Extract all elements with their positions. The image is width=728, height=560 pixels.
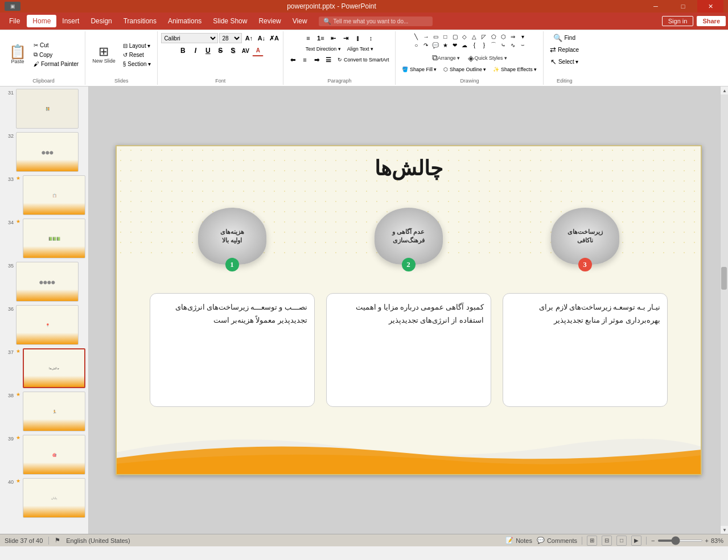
- slide-item-36[interactable]: 36 📍: [2, 305, 86, 345]
- file-menu[interactable]: File: [2, 15, 27, 27]
- close-button[interactable]: ✕: [697, 0, 723, 13]
- shape-fill-button[interactable]: 🪣 Shape Fill ▾: [399, 65, 439, 73]
- slide-item-37[interactable]: 37 ★ چالش‌ها: [2, 348, 86, 388]
- shape-conn[interactable]: ⤷: [499, 41, 508, 49]
- shape-wave[interactable]: ∿: [508, 41, 517, 49]
- select-button[interactable]: ↖Select ▾: [548, 56, 582, 67]
- shape-roundrect[interactable]: ▢: [450, 32, 459, 40]
- format-painter-button[interactable]: 🖌Format Painter: [31, 60, 81, 68]
- menu-slideshow[interactable]: Slide Show: [207, 15, 253, 27]
- center-button[interactable]: ≡: [299, 54, 310, 65]
- slide-thumb-34[interactable]: 📗📗📗: [23, 219, 85, 258]
- card-2[interactable]: کمبود آگاهی عمومی درباره مزایا و اهمیت ا…: [326, 293, 491, 407]
- reading-view-button[interactable]: □: [616, 536, 627, 546]
- search-box[interactable]: 🔍 Tell me what you want to do...: [319, 17, 433, 26]
- scroll-down-button[interactable]: ▼: [721, 526, 728, 534]
- window-controls[interactable]: ▣: [5, 2, 20, 11]
- shape-brace[interactable]: }: [479, 41, 488, 49]
- slide-panel[interactable]: 31 🧑‍🤝‍🧑 32 ⬤⬤⬤ 33 ★ 📋 34 ★ 📗📗📗: [0, 87, 89, 534]
- slide-sorter-button[interactable]: ⊟: [602, 536, 612, 546]
- scroll-up-button[interactable]: ▲: [721, 87, 728, 94]
- slide-item-31[interactable]: 31 🧑‍🤝‍🧑: [2, 89, 86, 129]
- char-spacing-button[interactable]: AV: [240, 45, 251, 56]
- notes-button[interactable]: 📝 Notes: [505, 537, 532, 544]
- shape-effects-button[interactable]: ✨ Shape Effects ▾: [490, 65, 540, 73]
- reset-button[interactable]: ↺Reset: [120, 51, 154, 59]
- underline-button[interactable]: U: [202, 45, 213, 56]
- menu-design[interactable]: Design: [85, 15, 117, 27]
- justify-button[interactable]: ☰: [323, 54, 334, 65]
- menu-transitions[interactable]: Transitions: [118, 15, 162, 27]
- shape-more[interactable]: ▾: [518, 32, 527, 40]
- replace-button[interactable]: ⇄Replace: [547, 44, 582, 55]
- shape-outline-button[interactable]: ⬡ Shape Outline ▾: [441, 65, 489, 73]
- shadow-button[interactable]: S: [227, 45, 238, 56]
- slide-thumb-36[interactable]: 📍: [16, 305, 79, 345]
- maximize-button[interactable]: □: [670, 0, 696, 13]
- slide-thumb-38[interactable]: 🏃: [23, 392, 85, 431]
- menu-home[interactable]: Home: [27, 15, 56, 27]
- clear-format-button[interactable]: ✗A: [268, 32, 279, 44]
- canvas-area[interactable]: چالش‌ها هزینه‌هایاولیه بالا 1 نصـــب و ت…: [89, 87, 728, 534]
- layout-button[interactable]: ⊟Layout ▾: [120, 42, 154, 50]
- paste-button[interactable]: 📋 Paste: [6, 43, 30, 67]
- normal-view-button[interactable]: ⊞: [587, 536, 597, 546]
- arrange-button[interactable]: ⧉Arrange ▾: [429, 51, 464, 64]
- strikethrough-button[interactable]: S: [215, 45, 226, 56]
- font-color-button[interactable]: A: [252, 45, 264, 56]
- shape-rect2[interactable]: □: [441, 32, 450, 40]
- font-name-select[interactable]: Calibri: [161, 33, 218, 43]
- text-direction-button[interactable]: Text Direction ▾: [303, 45, 344, 53]
- slide-thumb-35[interactable]: ⬤⬤⬤⬤: [16, 262, 79, 302]
- card-1[interactable]: نصـــب و توسعـــه زیرساخت‌های انرژی‌های …: [150, 293, 315, 407]
- bullets-button[interactable]: ≡: [302, 32, 314, 44]
- line-spacing-button[interactable]: ↕: [365, 32, 376, 44]
- decrease-indent-button[interactable]: ⇤: [327, 32, 339, 44]
- menu-review[interactable]: Review: [253, 15, 286, 27]
- shape-cloud[interactable]: ☁: [460, 41, 469, 49]
- shape-rtriangle[interactable]: ◸: [479, 32, 488, 40]
- vertical-scrollbar[interactable]: ▲ ▼: [720, 87, 728, 534]
- italic-button[interactable]: I: [190, 45, 201, 56]
- slide-item-35[interactable]: 35 ⬤⬤⬤⬤: [2, 262, 86, 302]
- shape-oval[interactable]: ○: [412, 41, 421, 49]
- shape-rect[interactable]: ▭: [431, 32, 440, 40]
- align-right-button[interactable]: ➡: [311, 54, 322, 65]
- menu-animations[interactable]: Animations: [162, 15, 207, 27]
- increase-indent-button[interactable]: ⇥: [340, 32, 351, 44]
- slide-item-39[interactable]: 39 ★ 🎯: [2, 435, 86, 475]
- shape-hex[interactable]: ⬡: [499, 32, 508, 40]
- slide-item-38[interactable]: 38 ★ 🏃: [2, 392, 86, 431]
- shape-arrow[interactable]: →: [421, 32, 430, 40]
- slideshow-button[interactable]: ▶: [631, 536, 641, 546]
- shape-curve[interactable]: ⌒: [489, 41, 498, 49]
- sign-in-button[interactable]: Sign in: [662, 16, 694, 26]
- shape-arrow3[interactable]: ↷: [421, 41, 430, 49]
- menu-view[interactable]: View: [287, 15, 313, 27]
- numbering-button[interactable]: 1≡: [315, 32, 326, 44]
- shape-arc[interactable]: ⌣: [518, 41, 527, 49]
- section-button[interactable]: §Section ▾: [120, 60, 154, 68]
- minimize-button[interactable]: ─: [643, 0, 669, 13]
- shape-triangle[interactable]: △: [470, 32, 479, 40]
- menu-insert[interactable]: Insert: [56, 15, 85, 27]
- cut-button[interactable]: ✂Cut: [31, 41, 81, 50]
- slide-thumb-31[interactable]: 🧑‍🤝‍🧑: [16, 89, 79, 129]
- scroll-thumb[interactable]: [721, 267, 727, 290]
- share-button[interactable]: Share: [697, 16, 726, 26]
- smartart-button[interactable]: ↻ Convert to SmartArt: [335, 56, 392, 64]
- slide-thumb-40[interactable]: پایان: [23, 478, 85, 518]
- zoom-in-icon[interactable]: +: [705, 537, 709, 544]
- slide-canvas[interactable]: چالش‌ها هزینه‌هایاولیه بالا 1 نصـــب و ت…: [116, 145, 702, 475]
- window-buttons[interactable]: ─ □ ✕: [643, 0, 723, 13]
- zoom-out-icon[interactable]: −: [651, 537, 655, 544]
- columns-button[interactable]: ⫿: [352, 32, 364, 44]
- shape-arrow2[interactable]: ⇒: [508, 32, 517, 40]
- shape-bracket[interactable]: {: [470, 41, 479, 49]
- slide-thumb-33[interactable]: 📋: [23, 175, 85, 215]
- quick-styles-button[interactable]: ◈Quick Styles ▾: [464, 52, 511, 64]
- decrease-font-button[interactable]: A↓: [256, 32, 267, 44]
- shape-callout[interactable]: 💬: [431, 41, 440, 49]
- shape-star[interactable]: ★: [441, 41, 450, 49]
- font-size-select[interactable]: 28: [219, 33, 242, 43]
